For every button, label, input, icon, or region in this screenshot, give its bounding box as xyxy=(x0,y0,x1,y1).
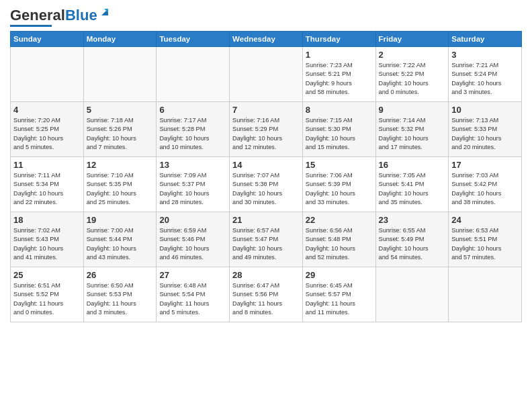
day-info: Sunrise: 6:55 AM Sunset: 5:49 PM Dayligh… xyxy=(379,226,446,262)
calendar-cell xyxy=(11,47,84,102)
day-number: 11 xyxy=(13,160,81,170)
calendar-cell: 7Sunrise: 7:16 AM Sunset: 5:29 PM Daylig… xyxy=(230,102,303,157)
weekday-header-friday: Friday xyxy=(375,32,449,47)
day-info: Sunrise: 7:06 AM Sunset: 5:39 PM Dayligh… xyxy=(306,171,373,207)
day-info: Sunrise: 7:21 AM Sunset: 5:24 PM Dayligh… xyxy=(451,61,519,97)
day-number: 26 xyxy=(87,270,154,280)
calendar-cell xyxy=(83,47,157,102)
calendar-cell: 18Sunrise: 7:02 AM Sunset: 5:43 PM Dayli… xyxy=(11,212,84,267)
day-number: 3 xyxy=(451,50,519,60)
calendar-cell: 27Sunrise: 6:48 AM Sunset: 5:54 PM Dayli… xyxy=(157,267,230,322)
calendar-cell: 23Sunrise: 6:55 AM Sunset: 5:49 PM Dayli… xyxy=(375,212,449,267)
calendar-body: 1Sunrise: 7:23 AM Sunset: 5:21 PM Daylig… xyxy=(11,47,522,322)
calendar-cell: 22Sunrise: 6:56 AM Sunset: 5:48 PM Dayli… xyxy=(302,212,375,267)
weekday-header-tuesday: Tuesday xyxy=(157,32,230,47)
day-number: 9 xyxy=(379,105,446,115)
calendar-cell: 2Sunrise: 7:22 AM Sunset: 5:22 PM Daylig… xyxy=(375,47,449,102)
day-info: Sunrise: 6:59 AM Sunset: 5:46 PM Dayligh… xyxy=(159,226,226,262)
calendar-cell: 19Sunrise: 7:00 AM Sunset: 5:44 PM Dayli… xyxy=(83,212,157,267)
day-info: Sunrise: 7:10 AM Sunset: 5:35 PM Dayligh… xyxy=(87,171,154,207)
day-number: 27 xyxy=(159,270,226,280)
calendar-header-row: SundayMondayTuesdayWednesdayThursdayFrid… xyxy=(11,32,522,47)
day-number: 23 xyxy=(379,215,446,225)
weekday-header-wednesday: Wednesday xyxy=(230,32,303,47)
day-info: Sunrise: 7:03 AM Sunset: 5:42 PM Dayligh… xyxy=(451,171,519,207)
day-number: 8 xyxy=(306,105,373,115)
week-row-1: 4Sunrise: 7:20 AM Sunset: 5:25 PM Daylig… xyxy=(11,102,522,157)
day-number: 12 xyxy=(87,160,154,170)
calendar-cell: 1Sunrise: 7:23 AM Sunset: 5:21 PM Daylig… xyxy=(302,47,375,102)
day-number: 1 xyxy=(306,50,373,60)
day-number: 17 xyxy=(451,160,519,170)
calendar-cell: 3Sunrise: 7:21 AM Sunset: 5:24 PM Daylig… xyxy=(449,47,522,102)
day-number: 24 xyxy=(451,215,519,225)
logo-text: GeneralBlue xyxy=(10,7,97,24)
day-info: Sunrise: 7:23 AM Sunset: 5:21 PM Dayligh… xyxy=(306,61,373,97)
day-number: 10 xyxy=(451,105,519,115)
calendar-cell: 24Sunrise: 6:53 AM Sunset: 5:51 PM Dayli… xyxy=(449,212,522,267)
calendar-cell: 5Sunrise: 7:18 AM Sunset: 5:26 PM Daylig… xyxy=(83,102,157,157)
calendar-cell: 14Sunrise: 7:07 AM Sunset: 5:38 PM Dayli… xyxy=(230,157,303,212)
day-info: Sunrise: 7:20 AM Sunset: 5:25 PM Dayligh… xyxy=(13,116,81,152)
day-info: Sunrise: 7:13 AM Sunset: 5:33 PM Dayligh… xyxy=(451,116,519,152)
day-info: Sunrise: 6:47 AM Sunset: 5:56 PM Dayligh… xyxy=(232,281,300,317)
day-number: 14 xyxy=(232,160,300,170)
day-info: Sunrise: 7:00 AM Sunset: 5:44 PM Dayligh… xyxy=(87,226,154,262)
weekday-header-saturday: Saturday xyxy=(449,32,522,47)
calendar-cell xyxy=(157,47,230,102)
day-info: Sunrise: 6:48 AM Sunset: 5:54 PM Dayligh… xyxy=(159,281,226,317)
calendar-cell xyxy=(230,47,303,102)
calendar-cell xyxy=(375,267,449,322)
day-number: 21 xyxy=(232,215,300,225)
day-number: 18 xyxy=(13,215,81,225)
day-number: 19 xyxy=(87,215,154,225)
calendar-cell: 16Sunrise: 7:05 AM Sunset: 5:41 PM Dayli… xyxy=(375,157,449,212)
day-info: Sunrise: 7:14 AM Sunset: 5:32 PM Dayligh… xyxy=(379,116,446,152)
calendar-cell: 10Sunrise: 7:13 AM Sunset: 5:33 PM Dayli… xyxy=(449,102,522,157)
calendar-cell: 20Sunrise: 6:59 AM Sunset: 5:46 PM Dayli… xyxy=(157,212,230,267)
day-number: 29 xyxy=(306,270,373,280)
day-info: Sunrise: 7:22 AM Sunset: 5:22 PM Dayligh… xyxy=(379,61,446,97)
day-info: Sunrise: 7:11 AM Sunset: 5:34 PM Dayligh… xyxy=(13,171,81,207)
day-info: Sunrise: 6:53 AM Sunset: 5:51 PM Dayligh… xyxy=(451,226,519,262)
day-info: Sunrise: 7:02 AM Sunset: 5:43 PM Dayligh… xyxy=(13,226,81,262)
day-number: 16 xyxy=(379,160,446,170)
weekday-header-thursday: Thursday xyxy=(302,32,375,47)
day-info: Sunrise: 7:09 AM Sunset: 5:37 PM Dayligh… xyxy=(159,171,226,207)
calendar-cell xyxy=(449,267,522,322)
day-number: 7 xyxy=(232,105,300,115)
day-number: 2 xyxy=(379,50,446,60)
day-info: Sunrise: 7:18 AM Sunset: 5:26 PM Dayligh… xyxy=(87,116,154,152)
calendar-cell: 25Sunrise: 6:51 AM Sunset: 5:52 PM Dayli… xyxy=(11,267,84,322)
day-info: Sunrise: 7:07 AM Sunset: 5:38 PM Dayligh… xyxy=(232,171,300,207)
calendar-cell: 28Sunrise: 6:47 AM Sunset: 5:56 PM Dayli… xyxy=(230,267,303,322)
day-info: Sunrise: 6:50 AM Sunset: 5:53 PM Dayligh… xyxy=(87,281,154,317)
calendar-cell: 9Sunrise: 7:14 AM Sunset: 5:32 PM Daylig… xyxy=(375,102,449,157)
day-number: 5 xyxy=(87,105,154,115)
day-number: 22 xyxy=(306,215,373,225)
day-number: 6 xyxy=(159,105,226,115)
calendar-cell: 17Sunrise: 7:03 AM Sunset: 5:42 PM Dayli… xyxy=(449,157,522,212)
calendar-cell: 13Sunrise: 7:09 AM Sunset: 5:37 PM Dayli… xyxy=(157,157,230,212)
calendar-cell: 12Sunrise: 7:10 AM Sunset: 5:35 PM Dayli… xyxy=(83,157,157,212)
weekday-header-monday: Monday xyxy=(83,32,157,47)
day-number: 20 xyxy=(159,215,226,225)
week-row-4: 25Sunrise: 6:51 AM Sunset: 5:52 PM Dayli… xyxy=(11,267,522,322)
day-info: Sunrise: 7:05 AM Sunset: 5:41 PM Dayligh… xyxy=(379,171,446,207)
weekday-header-sunday: Sunday xyxy=(11,32,84,47)
logo-icon xyxy=(99,6,111,18)
calendar-cell: 26Sunrise: 6:50 AM Sunset: 5:53 PM Dayli… xyxy=(83,267,157,322)
day-info: Sunrise: 6:56 AM Sunset: 5:48 PM Dayligh… xyxy=(306,226,373,262)
calendar-cell: 21Sunrise: 6:57 AM Sunset: 5:47 PM Dayli… xyxy=(230,212,303,267)
day-number: 28 xyxy=(232,270,300,280)
day-info: Sunrise: 7:15 AM Sunset: 5:30 PM Dayligh… xyxy=(306,116,373,152)
day-info: Sunrise: 6:45 AM Sunset: 5:57 PM Dayligh… xyxy=(306,281,373,317)
day-number: 15 xyxy=(306,160,373,170)
week-row-0: 1Sunrise: 7:23 AM Sunset: 5:21 PM Daylig… xyxy=(11,47,522,102)
day-info: Sunrise: 7:16 AM Sunset: 5:29 PM Dayligh… xyxy=(232,116,300,152)
calendar-cell: 11Sunrise: 7:11 AM Sunset: 5:34 PM Dayli… xyxy=(11,157,84,212)
day-info: Sunrise: 7:17 AM Sunset: 5:28 PM Dayligh… xyxy=(159,116,226,152)
day-number: 4 xyxy=(13,105,81,115)
calendar-cell: 8Sunrise: 7:15 AM Sunset: 5:30 PM Daylig… xyxy=(302,102,375,157)
day-info: Sunrise: 6:57 AM Sunset: 5:47 PM Dayligh… xyxy=(232,226,300,262)
